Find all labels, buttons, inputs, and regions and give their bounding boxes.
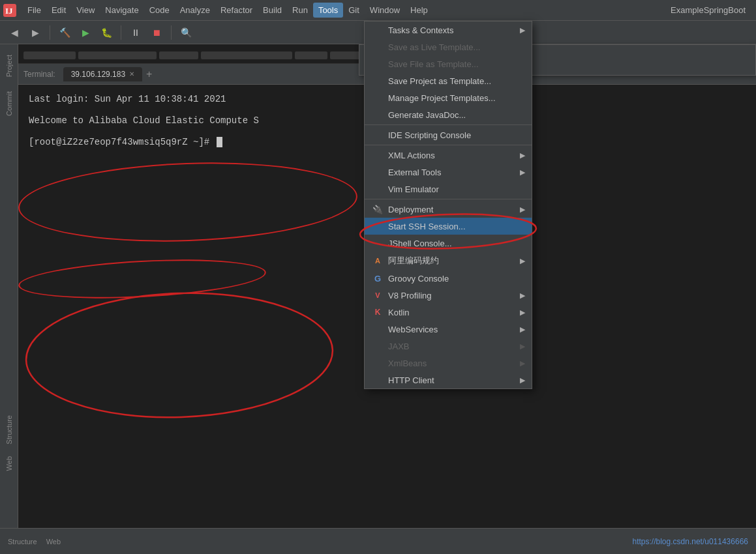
xml-actions-label: XML Actions — [388, 151, 520, 160]
side-bottom-tabs: Structure Web — [0, 410, 18, 476]
menu-item-ide-scripting-console[interactable]: IDE Scripting Console — [365, 126, 532, 143]
menu-item-start-ssh-session[interactable]: Start SSH Session... — [365, 218, 532, 235]
sidebar-item-commit[interactable]: Commit — [3, 86, 16, 121]
alibaba-code-icon: A — [371, 257, 384, 265]
menu-item-jshell-console[interactable]: JShell Console... — [365, 235, 532, 252]
groovy-console-icon: G — [371, 274, 384, 284]
menu-analyze[interactable]: Analyze — [175, 3, 215, 18]
webservices-arrow: ▶ — [520, 325, 525, 334]
toolbar-build-btn[interactable]: 🔨 — [55, 23, 74, 42]
menu-item-save-live-template: Save as Live Template... — [365, 38, 532, 55]
deployment-arrow: ▶ — [520, 205, 525, 214]
menu-item-vim-emulator[interactable]: Vim Emulator — [365, 181, 532, 197]
toolbar-pause-btn[interactable]: ⏸ — [127, 23, 145, 42]
menu-item-save-file-template: Save File as Template... — [365, 55, 532, 72]
terminal-add-btn[interactable]: + — [146, 69, 152, 80]
circle-annotation-ssh — [18, 254, 267, 304]
menu-item-groovy-console[interactable]: G Groovy Console — [365, 270, 532, 287]
xmlbeans-label: XmlBeans — [388, 358, 520, 368]
external-tools-label: External Tools — [388, 168, 520, 177]
menu-git[interactable]: Git — [343, 3, 365, 18]
menu-run[interactable]: Run — [287, 3, 313, 18]
jaxb-arrow: ▶ — [520, 342, 525, 351]
app-logo: IJ — [3, 3, 17, 18]
menu-build[interactable]: Build — [258, 3, 287, 18]
terminal-tab-close-btn[interactable]: ✕ — [129, 70, 134, 78]
vim-emulator-label: Vim Emulator — [388, 184, 525, 194]
ide-scripting-console-label: IDE Scripting Console — [388, 130, 525, 140]
menu-navigate[interactable]: Navigate — [100, 3, 144, 18]
http-client-label: HTTP Client — [388, 375, 520, 385]
terminal-label: Terminal: — [23, 70, 55, 79]
deployment-label: Deployment — [388, 205, 520, 214]
kotlin-icon: K — [371, 308, 384, 317]
menu-item-generate-javadoc[interactable]: Generate JavaDoc... — [365, 106, 532, 123]
menu-item-external-tools[interactable]: External Tools ▶ — [365, 164, 532, 181]
menu-file[interactable]: File — [22, 3, 46, 18]
menu-tools[interactable]: Tools — [313, 3, 343, 18]
v8-profiling-label: V8 Profiling — [388, 291, 520, 300]
toolbar-search-btn[interactable]: 🔍 — [177, 23, 195, 42]
generate-javadoc-label: Generate JavaDoc... — [388, 110, 525, 120]
alibaba-code-label: 阿里编码规约 — [388, 255, 520, 267]
alibaba-code-arrow: ▶ — [520, 257, 525, 265]
terminal-tab[interactable]: 39.106.129.183 ✕ — [63, 67, 142, 81]
code-blur-4 — [201, 51, 292, 59]
menu-help[interactable]: Help — [405, 3, 433, 18]
circle-annotation-terminal — [17, 157, 359, 247]
sidebar-item-structure[interactable]: Structure — [3, 410, 16, 450]
menu-view[interactable]: View — [71, 3, 100, 18]
code-blur-2 — [78, 51, 157, 59]
menu-item-kotlin[interactable]: K Kotlin ▶ — [365, 304, 532, 321]
statusbar-link[interactable]: https://blog.csdn.net/u011436666 — [633, 537, 748, 546]
toolbar-sep1 — [50, 25, 50, 40]
webservices-label: WebServices — [388, 325, 520, 334]
menu-refactor[interactable]: Refactor — [215, 3, 258, 18]
sidebar-item-web[interactable]: Web — [3, 451, 16, 476]
statusbar-side-web-tab[interactable]: Web — [46, 538, 61, 546]
menu-item-tasks-contexts[interactable]: Tasks & Contexts ▶ — [365, 22, 532, 38]
v8-profiling-icon: V — [371, 291, 384, 299]
code-blur-5 — [295, 51, 327, 59]
save-file-template-label: Save File as Template... — [388, 59, 525, 69]
toolbar-run-btn[interactable]: ▶ — [76, 23, 95, 42]
menu-item-xmlbeans: XmlBeans ▶ — [365, 355, 532, 372]
menu-item-save-project-template[interactable]: Save Project as Template... — [365, 72, 532, 89]
http-client-arrow: ▶ — [520, 376, 525, 385]
statusbar-side-left-tab[interactable]: Structure — [8, 538, 37, 546]
menu-item-alibaba-code[interactable]: A 阿里编码规约 ▶ — [365, 252, 532, 270]
menu-item-jaxb: JAXB ▶ — [365, 338, 532, 355]
save-project-template-label: Save Project as Template... — [388, 76, 525, 86]
menu-edit[interactable]: Edit — [46, 3, 71, 18]
terminal-cursor — [217, 137, 222, 147]
toolbar-back-btn[interactable]: ◀ — [5, 23, 23, 42]
kotlin-arrow: ▶ — [520, 308, 525, 317]
menu-code[interactable]: Code — [144, 3, 175, 18]
menu-window[interactable]: Window — [365, 3, 405, 18]
menu-item-manage-project-templates[interactable]: Manage Project Templates... — [365, 89, 532, 106]
menu-separator-3 — [365, 199, 532, 199]
toolbar-forward-btn[interactable]: ▶ — [26, 23, 44, 42]
menu-item-v8-profiling[interactable]: V V8 Profiling ▶ — [365, 287, 532, 304]
tasks-contexts-label: Tasks & Contexts — [388, 25, 520, 35]
tools-dropdown-menu: Tasks & Contexts ▶ Save as Live Template… — [364, 21, 532, 389]
toolbar-stop-btn[interactable]: ⏹ — [147, 23, 166, 42]
xml-actions-arrow: ▶ — [520, 151, 525, 160]
v8-profiling-arrow: ▶ — [520, 291, 525, 300]
sidebar-item-project[interactable]: Project — [3, 50, 16, 82]
kotlin-label: Kotlin — [388, 308, 520, 317]
menu-item-xml-actions[interactable]: XML Actions ▶ — [365, 147, 532, 164]
groovy-console-label: Groovy Console — [388, 274, 525, 284]
jshell-console-label: JShell Console... — [388, 239, 525, 248]
project-name: ExampleSpringBoot — [671, 5, 753, 15]
external-tools-arrow: ▶ — [520, 168, 525, 177]
svg-text:IJ: IJ — [5, 6, 13, 16]
menu-separator-1 — [365, 124, 532, 125]
menu-item-http-client[interactable]: HTTP Client ▶ — [365, 372, 532, 388]
toolbar-debug-btn[interactable]: 🐛 — [97, 23, 115, 42]
code-blur-1 — [23, 51, 76, 59]
menu-item-deployment[interactable]: 🔌 Deployment ▶ — [365, 201, 532, 218]
menu-item-webservices[interactable]: WebServices ▶ — [365, 321, 532, 338]
toolbar-sep2 — [121, 25, 121, 40]
save-live-template-label: Save as Live Template... — [388, 42, 525, 52]
